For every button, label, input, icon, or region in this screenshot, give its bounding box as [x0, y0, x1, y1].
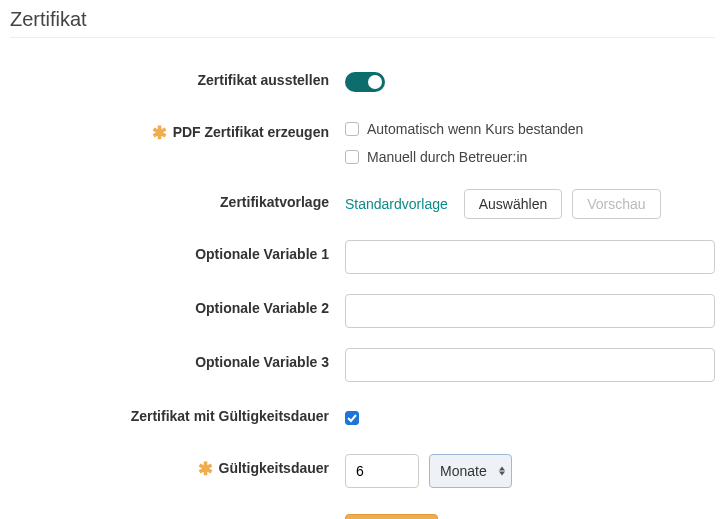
save-button[interactable]: Speichern — [345, 514, 438, 519]
pdf-manual-checkbox[interactable] — [345, 150, 359, 164]
validity-label: Gültigkeitsdauer — [219, 460, 329, 476]
pdf-auto-checkbox[interactable] — [345, 122, 359, 136]
validity-unit-select[interactable]: Monate — [429, 454, 512, 488]
certificate-form: Zertifikat ausstellen ✱ PDF Zertifikat e… — [10, 46, 715, 519]
var2-input[interactable] — [345, 294, 715, 328]
template-label: Zertifikatvorlage — [10, 188, 345, 210]
issue-certificate-label: Zertifikat ausstellen — [10, 66, 345, 88]
var3-input[interactable] — [345, 348, 715, 382]
required-icon: ✱ — [198, 459, 213, 479]
validity-enabled-checkbox[interactable] — [345, 411, 359, 425]
var1-input[interactable] — [345, 240, 715, 274]
pdf-generate-label: PDF Zertifikat erzeugen — [173, 124, 329, 140]
template-link[interactable]: Standardvorlage — [345, 196, 448, 212]
validity-enabled-label: Zertifikat mit Gültigkeitsdauer — [10, 402, 345, 424]
var3-label: Optionale Variable 3 — [10, 348, 345, 370]
template-preview-button[interactable]: Vorschau — [572, 189, 660, 219]
validity-unit-value: Monate — [440, 463, 487, 479]
template-select-button[interactable]: Auswählen — [464, 189, 563, 219]
validity-value-input[interactable] — [345, 454, 419, 488]
required-icon: ✱ — [152, 123, 167, 143]
page-title: Zertifikat — [10, 8, 715, 38]
var1-label: Optionale Variable 1 — [10, 240, 345, 262]
chevron-updown-icon — [499, 467, 505, 476]
pdf-manual-label: Manuell durch Betreuer:in — [367, 149, 527, 165]
pdf-auto-label: Automatisch wenn Kurs bestanden — [367, 121, 583, 137]
issue-certificate-toggle[interactable] — [345, 72, 385, 92]
var2-label: Optionale Variable 2 — [10, 294, 345, 316]
